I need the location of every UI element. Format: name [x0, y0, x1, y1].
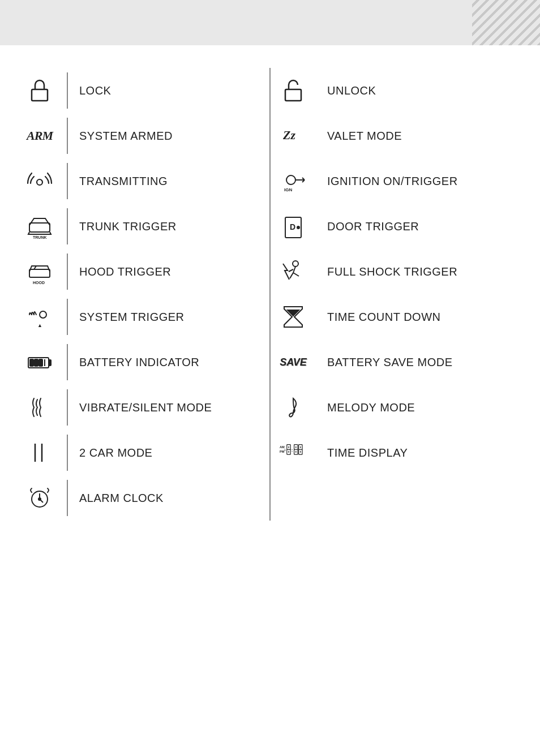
entry-divider [67, 389, 68, 426]
transmitting-label: TRANSMITTING [72, 175, 269, 188]
hood-icon: HOOD [17, 258, 62, 285]
shock-icon [271, 258, 316, 285]
entry-valet: Zz VALET MODE [271, 113, 523, 158]
svg-text:1: 1 [284, 448, 286, 452]
svg-line-34 [293, 273, 299, 276]
svg-point-20 [38, 498, 41, 500]
right-panel: UNLOCK Zz VALET MODE [271, 68, 523, 521]
entry-divider [67, 72, 68, 109]
battery-save-label: BATTERY SAVE MODE [316, 356, 523, 369]
entry-melody: MELODY MODE [271, 385, 523, 430]
hood-label: HOOD TRIGGER [72, 265, 269, 278]
svg-point-31 [293, 261, 298, 267]
time-display-label: TIME DISPLAY [316, 446, 523, 459]
valet-icon: Zz [271, 122, 316, 149]
entry-lock: LOCK [17, 68, 269, 113]
entry-battery: BATTERY INDICATOR [17, 340, 269, 385]
battery-save-icon: SAVE [271, 357, 316, 367]
entry-system-trigger: ▲ SYSTEM TRIGGER [17, 294, 269, 340]
alarm-label: ALARM CLOCK [72, 492, 269, 505]
unlock-label: UNLOCK [316, 84, 523, 97]
svg-text:D: D [290, 222, 295, 231]
svg-rect-0 [32, 89, 48, 101]
entry-unlock: UNLOCK [271, 68, 523, 113]
entry-vibrate: VIBRATE/SILENT MODE [17, 385, 269, 430]
alarm-icon [17, 484, 62, 512]
svg-text:TRUNK: TRUNK [33, 235, 47, 239]
door-label: DOOR TRIGGER [316, 220, 523, 233]
trunk-label: TRUNK TRIGGER [72, 220, 269, 233]
system-trigger-label: SYSTEM TRIGGER [72, 311, 269, 324]
svg-text::: : [292, 448, 293, 453]
time-display-icon: AM PM 1 : [271, 439, 316, 466]
door-icon: D [271, 213, 316, 240]
entry-divider [67, 163, 68, 199]
entry-alarm: ALARM CLOCK [17, 475, 269, 521]
melody-label: MELODY MODE [316, 401, 523, 414]
countdown-label: TIME COUNT DOWN [316, 311, 523, 324]
svg-text:Zz: Zz [282, 128, 295, 142]
svg-rect-2 [29, 223, 50, 232]
ignition-icon: IGN [271, 167, 316, 195]
entry-transmitting: TRANSMITTING [17, 158, 269, 204]
entry-divider [67, 344, 68, 380]
entry-door: D DOOR TRIGGER [271, 204, 523, 249]
svg-rect-12 [35, 359, 38, 366]
svg-rect-4 [29, 269, 50, 277]
svg-rect-21 [285, 89, 301, 101]
svg-rect-11 [30, 359, 33, 366]
entry-divider [67, 208, 68, 244]
entry-ignition: IGN IGNITION ON/TRIGGER [271, 158, 523, 204]
svg-rect-10 [49, 360, 51, 366]
entry-countdown: TIME COUNT DOWN [271, 294, 523, 340]
svg-point-23 [286, 175, 295, 184]
svg-line-35 [289, 269, 293, 272]
arm-icon: ARM [17, 128, 62, 143]
transmitting-icon [17, 167, 62, 195]
left-panel: LOCK ARM SYSTEM ARMED [17, 68, 269, 521]
main-content: LOCK ARM SYSTEM ARMED [0, 45, 540, 543]
entry-battery-save: SAVE BATTERY SAVE MODE [271, 340, 523, 385]
shock-label: FULL SHOCK TRIGGER [316, 265, 523, 278]
svg-text:HOOD: HOOD [33, 281, 45, 285]
svg-marker-39 [288, 310, 299, 316]
valet-label: VALET MODE [316, 130, 523, 143]
svg-line-32 [293, 267, 295, 273]
ignition-label: IGNITION ON/TRIGGER [316, 175, 523, 188]
trunk-icon: TRUNK [17, 213, 62, 240]
lock-label: LOCK [72, 84, 269, 97]
entry-2car: 2 CAR MODE [17, 430, 269, 475]
2car-icon [17, 439, 62, 466]
svg-line-33 [290, 273, 293, 278]
entry-hood: HOOD HOOD TRIGGER [17, 249, 269, 294]
svg-point-7 [40, 311, 46, 318]
panels-container: LOCK ARM SYSTEM ARMED [17, 68, 523, 521]
entry-full-shock: FULL SHOCK TRIGGER [271, 249, 523, 294]
system-trigger-icon: ▲ [17, 303, 62, 330]
svg-point-29 [297, 226, 299, 229]
svg-point-1 [37, 179, 42, 185]
svg-rect-13 [39, 359, 42, 366]
2car-label: 2 CAR MODE [72, 446, 269, 459]
countdown-icon [271, 303, 316, 330]
vibrate-icon [17, 394, 62, 421]
entry-system-armed: ARM SYSTEM ARMED [17, 113, 269, 158]
vibrate-label: VIBRATE/SILENT MODE [72, 401, 269, 414]
entry-divider [67, 299, 68, 335]
entry-time-display: AM PM 1 : [271, 430, 523, 475]
system-armed-label: SYSTEM ARMED [72, 130, 269, 143]
unlock-icon [271, 77, 316, 104]
entry-divider [67, 254, 68, 290]
battery-icon [17, 349, 62, 376]
melody-icon [271, 394, 316, 421]
header-bar [0, 0, 540, 45]
battery-label: BATTERY INDICATOR [72, 356, 269, 369]
entry-divider [67, 480, 68, 516]
entry-divider [67, 118, 68, 154]
entry-divider [67, 435, 68, 471]
entry-trunk: TRUNK TRUNK TRIGGER [17, 204, 269, 249]
lock-icon [17, 77, 62, 104]
svg-text:IGN: IGN [284, 187, 292, 192]
svg-text:▲: ▲ [37, 323, 42, 328]
